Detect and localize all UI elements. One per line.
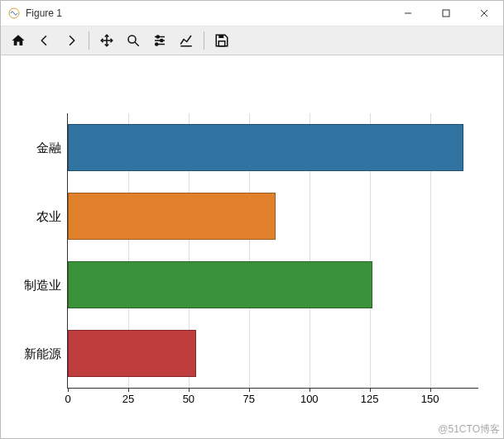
bar bbox=[68, 193, 276, 239]
forward-button[interactable] bbox=[59, 28, 84, 53]
figure-canvas[interactable]: 0255075100125150金融农业制造业新能源 @51CTO博客 bbox=[1, 55, 503, 438]
x-tick-label: 75 bbox=[243, 388, 255, 405]
minimize-button[interactable] bbox=[389, 1, 427, 26]
back-button[interactable] bbox=[32, 28, 57, 53]
svg-point-7 bbox=[128, 36, 136, 43]
toolbar bbox=[1, 26, 503, 55]
x-tick-label: 50 bbox=[183, 388, 194, 405]
configure-subplots-button[interactable] bbox=[147, 28, 172, 53]
svg-line-8 bbox=[135, 42, 139, 46]
svg-point-14 bbox=[156, 43, 158, 45]
close-button[interactable] bbox=[465, 1, 503, 26]
axes: 0255075100125150金融农业制造业新能源 bbox=[67, 113, 478, 389]
x-tick-label: 150 bbox=[421, 388, 439, 405]
home-button[interactable] bbox=[6, 28, 31, 53]
titlebar: Figure 1 bbox=[1, 1, 503, 26]
maximize-button[interactable] bbox=[427, 1, 465, 26]
y-tick-label: 制造业 bbox=[24, 277, 68, 293]
window-controls bbox=[389, 1, 503, 26]
toolbar-separator bbox=[89, 31, 89, 50]
x-tick-label: 125 bbox=[361, 388, 379, 405]
x-tick-label: 25 bbox=[122, 388, 134, 405]
app-window: Figure 1 bbox=[0, 0, 504, 439]
svg-point-12 bbox=[161, 40, 163, 42]
svg-point-10 bbox=[156, 36, 159, 38]
x-tick-label: 100 bbox=[300, 388, 319, 405]
bar bbox=[68, 124, 463, 170]
y-tick-label: 新能源 bbox=[24, 346, 68, 361]
bar bbox=[68, 261, 372, 308]
svg-rect-17 bbox=[218, 41, 225, 46]
pan-button[interactable] bbox=[94, 28, 119, 53]
svg-rect-16 bbox=[218, 35, 223, 38]
app-icon bbox=[7, 7, 21, 20]
y-tick-label: 金融 bbox=[36, 140, 68, 155]
x-tick-label: 0 bbox=[65, 388, 70, 405]
window-title: Figure 1 bbox=[26, 7, 389, 19]
svg-rect-2 bbox=[443, 10, 449, 17]
y-tick-label: 农业 bbox=[36, 208, 68, 224]
watermark: @51CTO博客 bbox=[438, 422, 500, 437]
save-button[interactable] bbox=[209, 28, 234, 53]
zoom-button[interactable] bbox=[121, 28, 146, 53]
bar bbox=[68, 330, 196, 376]
edit-axes-button[interactable] bbox=[174, 28, 199, 53]
toolbar-separator bbox=[204, 31, 204, 50]
